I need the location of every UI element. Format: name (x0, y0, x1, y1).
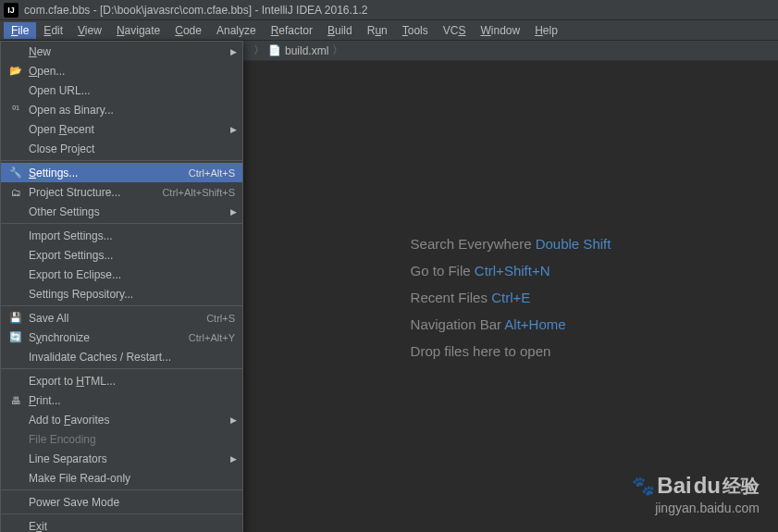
file-menu-open-url[interactable]: Open URL... (1, 80, 242, 100)
watermark-cn: 经验 (722, 474, 759, 499)
menu-item-label: Import Settings... (29, 229, 235, 242)
hint-row: Drop files here to open (411, 343, 611, 359)
menu-item-label: Power Save Mode (29, 496, 235, 509)
wrench-icon: 🔧 (8, 167, 23, 179)
menu-vcs[interactable]: VCS (436, 22, 474, 39)
menu-item-label: Open Recent (29, 123, 235, 136)
file-menu-synchronize[interactable]: 🔄SynchronizeCtrl+Alt+Y (1, 328, 242, 347)
menu-item-label: Make File Read-only (29, 472, 235, 485)
hint-text: Go to File (411, 263, 471, 278)
hint-text: Search Everywhere (411, 236, 532, 252)
file-menu-export-to-eclipse[interactable]: Export to Eclipse... (1, 265, 242, 284)
file-menu-other-settings[interactable]: Other Settings▶ (1, 202, 242, 221)
menu-code[interactable]: Code (167, 22, 209, 39)
file-menu-export-to-html[interactable]: Export to HTML... (1, 371, 242, 390)
file-menu-open-as-binary[interactable]: ⁰¹Open as Binary... (1, 100, 242, 119)
menu-tools[interactable]: Tools (395, 22, 436, 39)
menu-refactor[interactable]: Refactor (264, 22, 320, 39)
menu-item-label: Settings Repository... (29, 288, 235, 301)
hint-key: Ctrl+Shift+N (475, 263, 550, 278)
hint-text: Drop files here to open (411, 343, 551, 359)
menubar: FileEditViewNavigateCodeAnalyzeRefactorB… (0, 20, 778, 41)
submenu-arrow-icon: ▶ (230, 415, 237, 425)
breadcrumb-sep: 〉 (332, 43, 343, 58)
menu-item-label: Export to HTML... (29, 375, 235, 388)
hint-key: Double Shift (536, 236, 611, 252)
file-menu-invalidate-caches-restart[interactable]: Invalidate Caches / Restart... (1, 347, 242, 366)
file-menu-open-recent[interactable]: Open Recent▶ (1, 119, 242, 139)
file-menu-line-separators[interactable]: Line Separators▶ (1, 449, 242, 468)
menu-separator (1, 223, 242, 224)
menu-window[interactable]: Window (473, 22, 527, 39)
watermark-brand: Bai (657, 473, 691, 499)
file-menu-print[interactable]: 🖶Print... (1, 390, 242, 410)
titlebar: IJ com.cfae.bbs - [D:\book\javasrc\com.c… (0, 0, 778, 20)
hint-row: Navigation Bar Alt+Home (411, 316, 611, 332)
binary-icon: ⁰¹ (8, 104, 23, 116)
menu-item-label: Add to Favorites (29, 414, 235, 427)
file-menu-settings-repository[interactable]: Settings Repository... (1, 284, 242, 303)
menu-item-label: Settings... (29, 167, 189, 179)
menu-separator (1, 513, 242, 514)
file-menu-file-encoding: File Encoding (1, 429, 242, 449)
menu-item-label: Open as Binary... (29, 104, 235, 117)
structure-icon: 🗂 (8, 187, 23, 198)
file-menu-import-settings[interactable]: Import Settings... (1, 226, 242, 245)
file-menu-dropdown: New▶📂Open...Open URL...⁰¹Open as Binary.… (0, 41, 243, 532)
menu-item-label: Export to Eclipse... (29, 268, 235, 281)
save-icon: 💾 (8, 312, 23, 324)
file-menu-exit[interactable]: Exit (1, 516, 242, 532)
menu-item-label: Invalidate Caches / Restart... (29, 351, 235, 364)
menu-item-label: Open... (29, 65, 235, 78)
submenu-arrow-icon: ▶ (230, 125, 237, 134)
menu-item-label: Synchronize (29, 331, 189, 344)
file-menu-power-save-mode[interactable]: Power Save Mode (1, 492, 242, 512)
submenu-arrow-icon: ▶ (230, 454, 237, 464)
hint-row: Search Everywhere Double Shift (411, 236, 611, 252)
menu-file[interactable]: File (4, 22, 36, 39)
paw-icon: 🐾 (632, 475, 655, 497)
menu-separator (1, 160, 242, 161)
file-menu-save-all[interactable]: 💾Save AllCtrl+S (1, 308, 242, 328)
hint-row: Recent Files Ctrl+E (411, 290, 611, 305)
menu-item-label: New (29, 45, 235, 58)
hint-key: Alt+Home (504, 316, 565, 332)
menu-separator (1, 489, 242, 490)
menu-item-label: Close Project (29, 142, 235, 155)
menu-shortcut: Ctrl+Alt+Y (189, 332, 235, 343)
menu-help[interactable]: Help (527, 22, 565, 39)
folder-icon: 📂 (8, 65, 23, 77)
menu-view[interactable]: View (70, 22, 109, 39)
file-menu-make-file-read-only[interactable]: Make File Read-only (1, 468, 242, 488)
sync-icon: 🔄 (8, 331, 23, 343)
file-menu-project-structure[interactable]: 🗂Project Structure...Ctrl+Alt+Shift+S (1, 182, 242, 202)
menu-navigate[interactable]: Navigate (109, 22, 167, 39)
editor-welcome-area: Search Everywhere Double ShiftGo to File… (243, 62, 778, 532)
menu-build[interactable]: Build (320, 22, 360, 39)
hint-text: Navigation Bar (411, 316, 501, 332)
menu-item-label: Print... (29, 394, 235, 407)
menu-separator (1, 368, 242, 369)
breadcrumb-file[interactable]: build.xml (285, 44, 328, 57)
xml-file-icon: 📄 (268, 44, 281, 56)
submenu-arrow-icon: ▶ (230, 47, 237, 56)
file-menu-export-settings[interactable]: Export Settings... (1, 245, 242, 265)
menu-run[interactable]: Run (360, 22, 395, 39)
file-menu-new[interactable]: New▶ (1, 42, 242, 61)
menu-shortcut: Ctrl+Alt+S (189, 167, 235, 179)
file-menu-open[interactable]: 📂Open... (1, 61, 242, 80)
menu-item-label: Export Settings... (29, 249, 235, 262)
menu-shortcut: Ctrl+S (206, 313, 235, 324)
menu-analyze[interactable]: Analyze (209, 22, 264, 39)
file-menu-settings[interactable]: 🔧Settings...Ctrl+Alt+S (1, 163, 242, 182)
menu-edit[interactable]: Edit (36, 22, 70, 39)
submenu-arrow-icon: ▶ (230, 207, 237, 217)
menu-separator (1, 305, 242, 306)
file-menu-add-to-favorites[interactable]: Add to Favorites▶ (1, 410, 242, 429)
menu-shortcut: Ctrl+Alt+Shift+S (162, 187, 235, 198)
welcome-hints: Search Everywhere Double ShiftGo to File… (411, 225, 611, 370)
file-menu-close-project[interactable]: Close Project (1, 139, 242, 158)
menu-item-label: Project Structure... (29, 186, 162, 199)
window-title: com.cfae.bbs - [D:\book\javasrc\com.cfae… (24, 4, 368, 17)
hint-text: Recent Files (411, 290, 488, 305)
